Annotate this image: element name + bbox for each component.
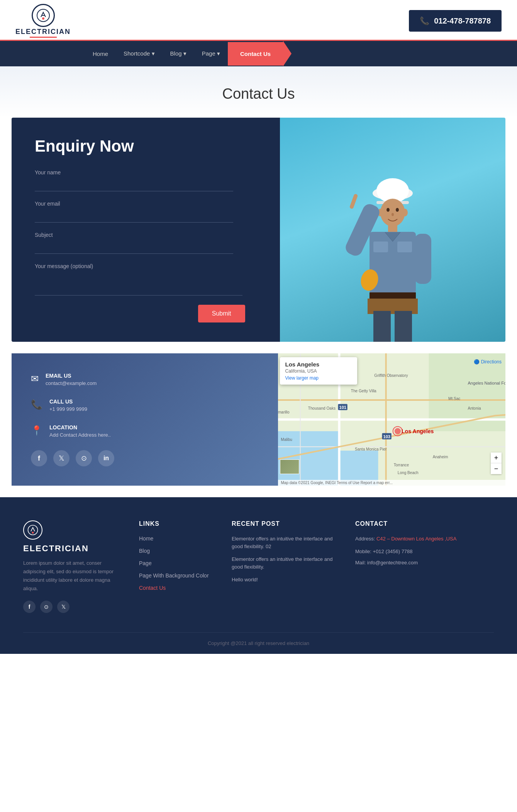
page-title-section: Contact Us (0, 66, 517, 118)
call-title: CALL US (49, 398, 87, 405)
nav-triangle (283, 41, 292, 66)
phone-contact-icon: 📞 (31, 399, 42, 410)
email-contact-item: ✉ EMAIL US contact@example.com (31, 373, 259, 386)
footer-post-2[interactable]: Elementor offers an intuitive the interf… (232, 555, 340, 571)
email-value: contact@example.com (46, 380, 97, 386)
footer-mail: Mail: info@gentechtree.com (355, 560, 463, 566)
view-larger-map-link[interactable]: View larger map (285, 375, 319, 381)
svg-text:Los Angeles: Los Angeles (401, 428, 434, 434)
svg-rect-20 (373, 311, 391, 342)
footer-recent-heading: RECENT POST (232, 520, 340, 527)
footer-bottom: Copyright @2021 all right reserved elect… (23, 632, 494, 654)
footer-logo-circle (23, 520, 42, 540)
svg-point-33 (394, 428, 400, 434)
subject-input[interactable] (35, 241, 233, 254)
logo-area: ELECTRICIAN (15, 4, 71, 38)
footer-instagram-icon[interactable]: ⊙ (40, 601, 53, 613)
facebook-icon[interactable]: f (31, 450, 47, 466)
zoom-in-button[interactable]: + (491, 452, 502, 463)
footer-contact-heading: CONTACT (355, 520, 463, 527)
phone-number: 012-478-787878 (434, 17, 491, 25)
email-label: Your email (35, 201, 261, 207)
email-title: EMAIL US (46, 373, 97, 379)
footer-social-row: f ⊙ 𝕏 (23, 601, 124, 613)
logo-icon (36, 8, 50, 22)
map-state: California, USA (285, 368, 352, 374)
footer-link-home[interactable]: Home (139, 535, 153, 542)
name-input[interactable] (35, 179, 233, 191)
footer-link-page-bg[interactable]: Page With Background Color (139, 572, 209, 579)
call-contact-item: 📞 CALL US +1 999 999 9999 (31, 398, 259, 412)
footer-links-heading: LINKS (139, 520, 216, 527)
directions-button[interactable]: 🔵 Directions (474, 359, 502, 365)
svg-text:Anaheim: Anaheim (432, 455, 448, 459)
social-icons-row: f 𝕏 ⊙ in (31, 450, 259, 466)
enquiry-section: Enquiry Now Your name Your email Subject… (12, 118, 505, 342)
svg-point-10 (402, 209, 408, 216)
svg-rect-21 (395, 311, 412, 342)
email-icon: ✉ (31, 373, 39, 384)
enquiry-heading: Enquiry Now (35, 137, 261, 155)
name-field-group: Your name (35, 169, 261, 191)
footer-mobile: Mobile: +012 (3456) 7788 (355, 549, 463, 554)
map-zoom-controls: + − (491, 452, 502, 474)
linkedin-icon[interactable]: in (98, 450, 114, 466)
zoom-out-button[interactable]: − (491, 463, 502, 474)
footer-links-col: LINKS Home Blog Page Page With Backgroun… (139, 520, 216, 613)
svg-text:The Getty Villa: The Getty Villa (351, 389, 376, 393)
footer-post-3[interactable]: Hello world! (232, 576, 340, 584)
footer-link-page[interactable]: Page (139, 560, 152, 566)
location-value: Add Contact Address here.. (49, 432, 111, 438)
message-label: Your message (optional) (35, 263, 261, 269)
svg-text:103: 103 (383, 434, 390, 439)
map-credit: Map data ©2021 Google, INEGI Terms of Us… (278, 480, 506, 486)
svg-point-53 (32, 532, 34, 533)
enquiry-form-side: Enquiry Now Your name Your email Subject… (12, 118, 280, 342)
nav-page[interactable]: Page ▾ (194, 42, 228, 66)
contact-info-side: ✉ EMAIL US contact@example.com 📞 CALL US… (12, 353, 278, 486)
footer-address-link[interactable]: C42 – Downtown Los Angeles ,USA (376, 536, 456, 542)
footer-logo-row (23, 520, 124, 540)
instagram-icon[interactable]: ⊙ (76, 450, 92, 466)
svg-text:Long Beach: Long Beach (397, 471, 418, 475)
footer-recent-col: RECENT POST Elementor offers an intuitiv… (232, 520, 340, 613)
footer-twitter-icon[interactable]: 𝕏 (57, 601, 69, 613)
svg-text:Camarillo: Camarillo (278, 410, 290, 414)
subject-label: Subject (35, 232, 261, 238)
svg-point-8 (392, 213, 394, 216)
location-contact-item: 📍 LOCATION Add Contact Address here.. (31, 424, 259, 438)
svg-text:Torrance: Torrance (393, 463, 409, 467)
nav-blog[interactable]: Blog ▾ (163, 42, 194, 66)
svg-text:Thousand Oaks: Thousand Oaks (308, 406, 335, 410)
twitter-icon[interactable]: 𝕏 (53, 450, 69, 466)
footer-link-blog[interactable]: Blog (139, 548, 150, 554)
footer-grid: ELECTRICIAN Lorem ipsum dolor sit amet, … (23, 520, 494, 613)
footer: ELECTRICIAN Lorem ipsum dolor sit amet, … (0, 497, 517, 654)
footer-logo-icon (27, 524, 39, 536)
map-city-name: Los Angeles (285, 361, 352, 368)
svg-rect-13 (373, 241, 388, 252)
footer-facebook-icon[interactable]: f (23, 601, 36, 613)
footer-post-1[interactable]: Elementor offers an intuitive the interf… (232, 535, 340, 550)
svg-text:Antonia: Antonia (468, 406, 481, 410)
svg-rect-14 (397, 241, 412, 252)
email-input[interactable] (35, 210, 233, 223)
nav-contact[interactable]: Contact Us (228, 42, 283, 66)
copyright-text: Copyright @2021 all right reserved elect… (23, 640, 494, 646)
nav-shortcode[interactable]: Shortcode ▾ (116, 42, 163, 66)
submit-button[interactable]: Submit (198, 305, 245, 322)
message-textarea[interactable] (35, 272, 242, 295)
location-icon: 📍 (31, 425, 42, 436)
footer-link-contact[interactable]: Contact Us (139, 585, 166, 591)
svg-text:Griffith Observatory: Griffith Observatory (374, 373, 408, 378)
svg-point-5 (380, 199, 405, 226)
svg-rect-17 (414, 234, 431, 284)
message-field-group: Your message (optional) (35, 263, 261, 295)
footer-contact-col: CONTACT Address: C42 – Downtown Los Ange… (355, 520, 463, 613)
nav-home[interactable]: Home (85, 42, 116, 66)
phone-button[interactable]: 📞 012-478-787878 (409, 10, 502, 32)
svg-point-1 (42, 17, 44, 20)
contact-info-section: ✉ EMAIL US contact@example.com 📞 CALL US… (12, 353, 505, 486)
directions-icon: 🔵 (474, 359, 480, 365)
email-field-group: Your email (35, 201, 261, 223)
